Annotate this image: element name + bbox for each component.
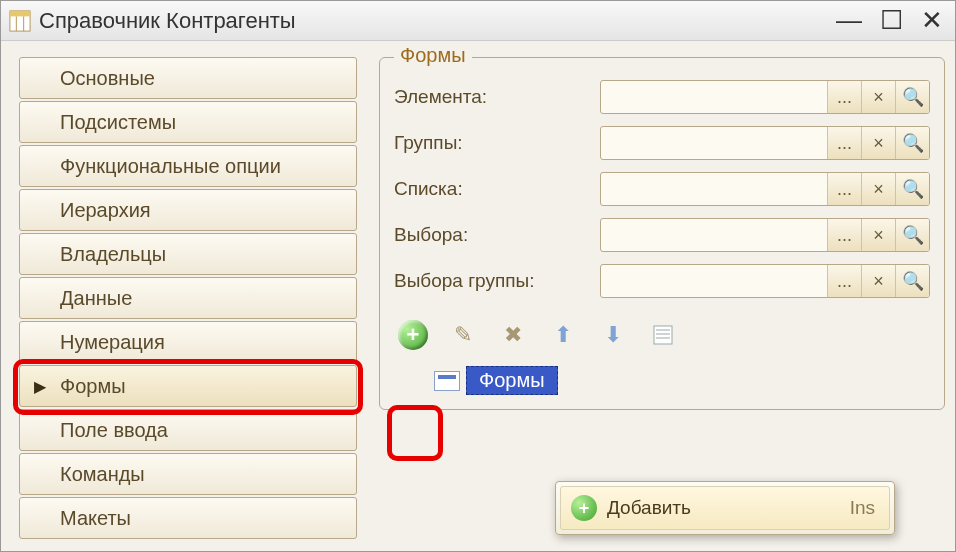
- search-button[interactable]: 🔍: [895, 219, 929, 251]
- form-row-group: Группы: ... × 🔍: [394, 126, 930, 160]
- form-label: Группы:: [394, 132, 594, 154]
- search-button[interactable]: 🔍: [895, 81, 929, 113]
- group-title: Формы: [394, 44, 472, 67]
- sidebar-item-commands[interactable]: Команды: [19, 453, 357, 495]
- context-menu-add[interactable]: + Добавить Ins: [560, 486, 890, 530]
- group-form-input[interactable]: ... × 🔍: [600, 126, 930, 160]
- move-down-icon[interactable]: ⬇: [598, 320, 628, 350]
- app-icon: [9, 10, 31, 32]
- search-button[interactable]: 🔍: [895, 173, 929, 205]
- forms-toolbar: + ✎ ✖ ⬆ ⬇: [394, 320, 930, 350]
- sidebar-item-label: Основные: [60, 67, 155, 90]
- form-label: Выбора группы:: [394, 270, 594, 292]
- group-choice-form-input[interactable]: ... × 🔍: [600, 264, 930, 298]
- form-label: Выбора:: [394, 224, 594, 246]
- caret-icon: ▶: [34, 377, 46, 396]
- main-panel: Формы Элемента: ... × 🔍 Группы: ...: [357, 57, 945, 541]
- sidebar-item-main[interactable]: Основные: [19, 57, 357, 99]
- sidebar-item-label: Формы: [60, 375, 126, 398]
- ellipsis-button[interactable]: ...: [827, 265, 861, 297]
- ellipsis-button[interactable]: ...: [827, 127, 861, 159]
- element-form-input[interactable]: ... × 🔍: [600, 80, 930, 114]
- sidebar-item-label: Нумерация: [60, 331, 165, 354]
- clear-button[interactable]: ×: [861, 81, 895, 113]
- search-button[interactable]: 🔍: [895, 265, 929, 297]
- minimize-button[interactable]: —: [836, 5, 862, 36]
- forms-item-row: Формы: [394, 366, 930, 395]
- sidebar-item-functional-options[interactable]: Функциональные опции: [19, 145, 357, 187]
- window-buttons: — ☐ ✕: [836, 5, 943, 36]
- sidebar-item-label: Команды: [60, 463, 145, 486]
- sidebar-item-input-field[interactable]: Поле ввода: [19, 409, 357, 451]
- move-up-icon[interactable]: ⬆: [548, 320, 578, 350]
- svg-rect-4: [654, 326, 672, 344]
- sidebar-item-templates[interactable]: Макеты: [19, 497, 357, 539]
- context-menu-label: Добавить: [607, 497, 691, 519]
- window: Справочник Контрагенты — ☐ ✕ Основные По…: [0, 0, 956, 552]
- form-row-list: Списка: ... × 🔍: [394, 172, 930, 206]
- form-item-badge[interactable]: Формы: [466, 366, 558, 395]
- clear-button[interactable]: ×: [861, 127, 895, 159]
- window-title: Справочник Контрагенты: [39, 8, 836, 34]
- form-row-element: Элемента: ... × 🔍: [394, 80, 930, 114]
- ellipsis-button[interactable]: ...: [827, 219, 861, 251]
- search-button[interactable]: 🔍: [895, 127, 929, 159]
- sidebar-item-forms[interactable]: ▶ Формы: [19, 365, 357, 407]
- context-menu: + Добавить Ins: [555, 481, 895, 535]
- form-label: Списка:: [394, 178, 594, 200]
- content: Основные Подсистемы Функциональные опции…: [1, 41, 955, 551]
- sidebar-item-label: Поле ввода: [60, 419, 168, 442]
- sidebar-item-hierarchy[interactable]: Иерархия: [19, 189, 357, 231]
- plus-icon: +: [571, 495, 597, 521]
- ellipsis-button[interactable]: ...: [827, 173, 861, 205]
- form-item-icon: [434, 371, 460, 391]
- list-icon[interactable]: [648, 320, 678, 350]
- sidebar-item-label: Владельцы: [60, 243, 166, 266]
- clear-button[interactable]: ×: [861, 265, 895, 297]
- sidebar-item-data[interactable]: Данные: [19, 277, 357, 319]
- maximize-button[interactable]: ☐: [880, 5, 903, 36]
- sidebar-item-numbering[interactable]: Нумерация: [19, 321, 357, 363]
- add-button[interactable]: +: [398, 320, 428, 350]
- sidebar-item-subsystems[interactable]: Подсистемы: [19, 101, 357, 143]
- sidebar-item-owners[interactable]: Владельцы: [19, 233, 357, 275]
- list-form-input[interactable]: ... × 🔍: [600, 172, 930, 206]
- forms-group: Формы Элемента: ... × 🔍 Группы: ...: [379, 57, 945, 410]
- clear-button[interactable]: ×: [861, 173, 895, 205]
- ellipsis-button[interactable]: ...: [827, 81, 861, 113]
- sidebar-item-label: Макеты: [60, 507, 131, 530]
- sidebar-item-label: Функциональные опции: [60, 155, 281, 178]
- sidebar-item-label: Иерархия: [60, 199, 151, 222]
- choice-form-input[interactable]: ... × 🔍: [600, 218, 930, 252]
- close-button[interactable]: ✕: [921, 5, 943, 36]
- form-label: Элемента:: [394, 86, 594, 108]
- form-row-choice: Выбора: ... × 🔍: [394, 218, 930, 252]
- sidebar: Основные Подсистемы Функциональные опции…: [19, 57, 357, 541]
- sidebar-item-label: Данные: [60, 287, 132, 310]
- clear-button[interactable]: ×: [861, 219, 895, 251]
- delete-icon[interactable]: ✖: [498, 320, 528, 350]
- context-menu-shortcut: Ins: [850, 497, 875, 519]
- form-row-group-choice: Выбора группы: ... × 🔍: [394, 264, 930, 298]
- edit-icon[interactable]: ✎: [448, 320, 478, 350]
- svg-rect-1: [10, 10, 30, 15]
- sidebar-item-label: Подсистемы: [60, 111, 176, 134]
- titlebar: Справочник Контрагенты — ☐ ✕: [1, 1, 955, 41]
